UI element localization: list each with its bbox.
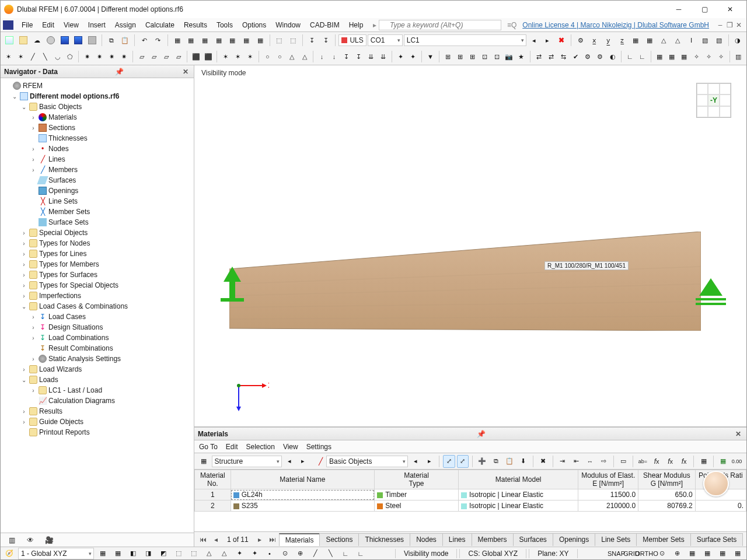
sb-b4[interactable]: ◨: [142, 547, 155, 560]
tree-lines[interactable]: Lines: [48, 155, 65, 163]
tree-types-lines[interactable]: Types for Lines: [39, 250, 86, 258]
link1-button[interactable]: ⇄: [533, 50, 544, 63]
sb-b13[interactable]: ⊙: [278, 547, 291, 560]
mat-next[interactable]: ▸: [297, 455, 309, 468]
keyword-search[interactable]: ▸: [373, 20, 501, 30]
tab-prev[interactable]: ◂: [210, 536, 222, 544]
sb-gl3[interactable]: ▦: [716, 547, 729, 560]
tab-nodes[interactable]: Nodes: [410, 533, 443, 546]
mat-highlight[interactable]: ⤢: [457, 455, 469, 468]
viewport-3d[interactable]: Visibility mode -Y: [194, 65, 746, 427]
mat-a2[interactable]: ⇤: [570, 455, 582, 468]
mat-struct-icon[interactable]: ▦: [198, 455, 210, 468]
close-button[interactable]: ✕: [717, 1, 743, 18]
tab-surfaces[interactable]: Surfaces: [513, 533, 553, 546]
tab-first[interactable]: ⏮: [197, 536, 210, 544]
sup-btn[interactable]: △: [657, 34, 670, 47]
sb-gl4[interactable]: ▦: [731, 547, 744, 560]
axo-btn[interactable]: ✧: [691, 50, 702, 63]
grid-dlg3-button[interactable]: ▦: [679, 50, 690, 63]
mat-ab[interactable]: ab=: [637, 455, 649, 468]
mat-xls[interactable]: ▦: [717, 455, 729, 468]
co-combo[interactable]: CO1: [368, 34, 403, 46]
view-xz-button[interactable]: ▦: [198, 34, 211, 47]
dim-x-button[interactable]: x̲: [588, 34, 601, 47]
model-manager-button[interactable]: [44, 34, 57, 47]
sb-ortho[interactable]: ORTHO: [640, 547, 653, 560]
solid1-button[interactable]: ⬛: [190, 50, 201, 63]
link3-button[interactable]: ⇆: [558, 50, 569, 63]
tree-guide-objects[interactable]: Guide Objects: [39, 418, 83, 426]
link2-button[interactable]: ⇄: [546, 50, 557, 63]
tree-calc-diagrams[interactable]: Calculation Diagrams: [48, 397, 115, 405]
mat-fx[interactable]: fx: [651, 455, 663, 468]
tree-root[interactable]: RFEM: [23, 82, 43, 90]
tree-materials[interactable]: Materials: [48, 113, 77, 121]
support-button[interactable]: △: [287, 50, 298, 63]
set3-button[interactable]: ✶: [245, 50, 256, 63]
dim-y-button[interactable]: y̲: [602, 34, 615, 47]
tree-types-special[interactable]: Types for Special Objects: [39, 281, 118, 289]
view-zoom-button[interactable]: ▦: [254, 34, 267, 47]
load1-button[interactable]: ↓: [316, 50, 327, 63]
mat-basic-combo[interactable]: Basic Objects: [326, 456, 408, 467]
mat-prev[interactable]: ◂: [284, 455, 296, 468]
hinge-button[interactable]: ○: [262, 50, 273, 63]
tab-members[interactable]: Members: [472, 533, 514, 546]
view-xy-button[interactable]: ▦: [184, 34, 197, 47]
assign2-button[interactable]: ✦: [407, 50, 418, 63]
mat-num[interactable]: 0.00: [731, 455, 743, 468]
node2-button[interactable]: ✶: [15, 50, 26, 63]
tree-load-cases[interactable]: Load Cases: [48, 313, 86, 321]
tree-model[interactable]: Different model options.rf6: [30, 92, 119, 100]
mdi-min[interactable]: –: [716, 21, 724, 29]
tree-lc1[interactable]: LC1 - Last / Load: [48, 386, 102, 394]
uls-chip[interactable]: ULS: [338, 34, 366, 46]
view-persp-button[interactable]: ▦: [226, 34, 239, 47]
navigator-tree[interactable]: RFEM ⌄Different model options.rf6 ⌄Basic…: [1, 78, 194, 533]
tab-member-sets[interactable]: Member Sets: [636, 533, 690, 546]
mem2-button[interactable]: ✷: [94, 50, 105, 63]
materials-close-icon[interactable]: ✕: [734, 430, 743, 438]
menu-assign[interactable]: Assign: [110, 19, 141, 31]
search-input[interactable]: [379, 20, 501, 30]
tab-last[interactable]: ⏭: [266, 536, 279, 544]
tree-surface-sets[interactable]: Surface Sets: [48, 218, 89, 226]
star-button[interactable]: ★: [516, 50, 527, 63]
load3-button[interactable]: ↧: [341, 50, 352, 63]
line2-button[interactable]: ╲: [40, 50, 51, 63]
surf1-button[interactable]: ▱: [136, 50, 147, 63]
sb-b3[interactable]: ◧: [127, 547, 139, 560]
menu-view[interactable]: View: [59, 19, 83, 31]
sb-b8[interactable]: △: [203, 547, 215, 560]
materials-grid[interactable]: Material No. Material Name Material Type…: [194, 470, 746, 531]
tree-surfaces[interactable]: Surfaces: [48, 176, 76, 184]
view-cube-y[interactable]: -Y: [708, 94, 719, 106]
mat-fx2[interactable]: fx: [664, 455, 676, 468]
mat-new[interactable]: ➕: [476, 455, 488, 468]
set2-button[interactable]: ✶: [232, 50, 243, 63]
license-link[interactable]: Online License 4 | Marco Nikoleizig | Dl…: [516, 21, 715, 29]
snap2-button[interactable]: ⊞: [455, 50, 466, 63]
line-button[interactable]: ╱: [27, 50, 39, 63]
assign1-button[interactable]: ✦: [395, 50, 406, 63]
sb-osnap[interactable]: ⊙: [655, 547, 668, 560]
table-row[interactable]: 2S235SteelIsotropic | Linear Elastic2100…: [195, 501, 746, 512]
filter-button[interactable]: ▼: [425, 50, 436, 63]
menu-calculate[interactable]: Calculate: [141, 19, 179, 31]
footer-eye-icon[interactable]: 👁: [24, 535, 37, 545]
save-button[interactable]: [58, 34, 71, 47]
tab-surface-sets[interactable]: Surface Sets: [690, 533, 743, 546]
tree-printout-reports[interactable]: Printout Reports: [39, 428, 90, 436]
copy-button[interactable]: ⧉: [105, 34, 118, 47]
view-cube[interactable]: -Y: [696, 83, 731, 118]
tab-sections[interactable]: Sections: [319, 533, 359, 546]
sec-btn[interactable]: Ⅰ: [685, 34, 697, 47]
sb-b12[interactable]: •: [263, 547, 276, 560]
mat-next2[interactable]: ▸: [424, 455, 436, 468]
colors-button[interactable]: ▥: [733, 50, 744, 63]
tree-imperfections[interactable]: Imperfections: [39, 292, 81, 300]
lc-next-button[interactable]: ▸: [541, 34, 554, 47]
lc-prev-button[interactable]: ◂: [528, 34, 540, 47]
tab-thicknesses[interactable]: Thicknesses: [358, 533, 410, 546]
